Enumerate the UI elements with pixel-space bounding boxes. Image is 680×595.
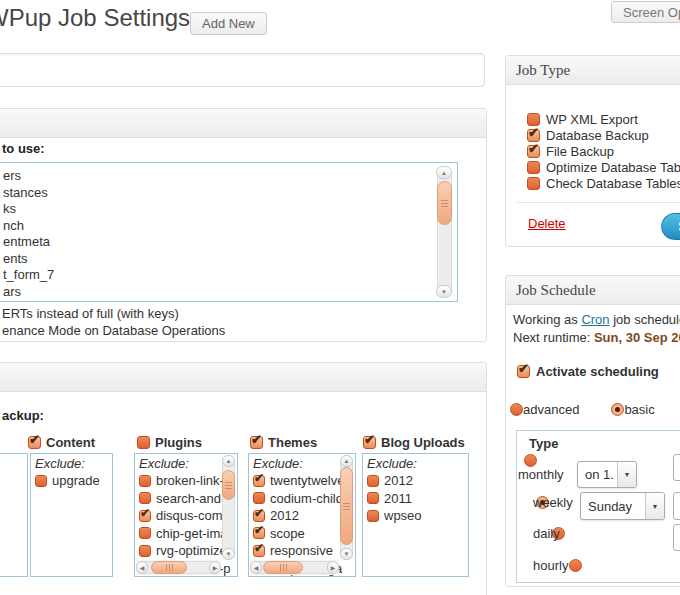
- exclude-hscrollbar[interactable]: ◀ ▶: [136, 560, 221, 575]
- exclude-item[interactable]: 2012: [367, 472, 466, 490]
- schedule-row-hourly-label[interactable]: hourly: [533, 558, 568, 573]
- exclude-listbox[interactable]: Exclude:twentytwelvecodium-child2012scop…: [248, 453, 356, 577]
- checkbox-icon[interactable]: [527, 145, 540, 158]
- job-name-input[interactable]: [0, 53, 485, 87]
- tables-scrollbar[interactable]: ▲ ▼: [436, 166, 453, 298]
- checkbox-icon[interactable]: [139, 545, 151, 557]
- checkbox-icon[interactable]: [35, 475, 47, 487]
- clipped-hour-select[interactable]: [673, 524, 680, 551]
- checkbox-icon[interactable]: [253, 527, 265, 539]
- checkbox-icon[interactable]: [367, 510, 379, 522]
- schedule-row-weekly-label[interactable]: weekly: [533, 495, 573, 510]
- checkbox-icon[interactable]: [367, 475, 379, 487]
- exclude-item[interactable]: responsive: [253, 542, 339, 560]
- job-type-option[interactable]: Optimize Database Tables: [527, 159, 680, 175]
- exclude-listbox[interactable]: Exclude:20122011wpseo: [362, 453, 469, 577]
- scrollbar-thumb[interactable]: [437, 181, 452, 225]
- checkbox-icon[interactable]: [250, 436, 263, 449]
- clipped-hour-select[interactable]: [673, 454, 680, 481]
- exclude-item[interactable]: wpseo: [367, 507, 466, 525]
- exclude-item[interactable]: twentytwelve: [253, 472, 339, 490]
- checkbox-icon[interactable]: [137, 436, 150, 449]
- checkbox-icon[interactable]: [253, 475, 265, 487]
- exclude-item[interactable]: rvg-optimize-: [139, 542, 221, 560]
- radio-icon[interactable]: [611, 403, 624, 416]
- scroll-down-icon[interactable]: ▼: [222, 548, 235, 560]
- scroll-left-icon[interactable]: ◀: [136, 561, 148, 574]
- cron-link[interactable]: Cron: [581, 312, 609, 327]
- exclude-listbox[interactable]: Exclude:upgrade: [30, 453, 113, 577]
- table-list-item[interactable]: entmeta: [3, 234, 433, 251]
- exclude-item[interactable]: scope: [253, 525, 339, 543]
- tables-multiselect[interactable]: ersstancesksnchentmetaentst_form_7ars ▲ …: [0, 162, 458, 302]
- scrollbar-thumb[interactable]: [263, 561, 303, 574]
- scroll-left-icon[interactable]: ◀: [250, 561, 262, 574]
- scroll-down-icon[interactable]: ▼: [436, 285, 452, 298]
- checkbox-icon[interactable]: [527, 177, 540, 190]
- checkbox-icon[interactable]: [367, 492, 379, 504]
- clipped-hour-select[interactable]: [673, 492, 680, 520]
- scroll-up-icon[interactable]: ▲: [436, 166, 452, 179]
- table-list-item[interactable]: t_form_7: [3, 267, 433, 284]
- checkbox-icon[interactable]: [363, 436, 376, 449]
- checkbox-icon[interactable]: [527, 113, 540, 126]
- folders-panel-header[interactable]: [0, 363, 486, 392]
- checkbox-icon[interactable]: [517, 365, 530, 378]
- checkbox-icon[interactable]: [527, 161, 540, 174]
- radio-icon[interactable]: [569, 559, 582, 572]
- table-list-item[interactable]: ents: [3, 251, 433, 268]
- exclude-item[interactable]: chip-get-imag: [139, 525, 221, 543]
- exclude-item[interactable]: broken-link-c: [139, 472, 221, 490]
- checkbox-icon[interactable]: [253, 545, 265, 557]
- table-list-item[interactable]: ars: [3, 284, 433, 301]
- checkbox-icon[interactable]: [139, 527, 151, 539]
- scroll-up-icon[interactable]: ▲: [340, 455, 353, 467]
- dropdown-arrow-icon[interactable]: ▼: [645, 493, 664, 519]
- job-type-option[interactable]: File Backup: [527, 143, 680, 159]
- schedule-row-monthly-label[interactable]: monthly: [518, 467, 564, 482]
- checkbox-icon[interactable]: [253, 492, 265, 504]
- scroll-down-icon[interactable]: ▼: [340, 548, 353, 560]
- exclude-item[interactable]: search-and-r: [139, 490, 221, 508]
- scrollbar-thumb[interactable]: [340, 467, 353, 545]
- exclude-vscrollbar[interactable]: ▲ ▼: [339, 455, 354, 560]
- scroll-up-icon[interactable]: ▲: [222, 455, 235, 467]
- delete-link[interactable]: Delete: [528, 216, 566, 231]
- add-new-button[interactable]: Add New: [190, 12, 267, 35]
- checkbox-icon[interactable]: [253, 510, 265, 522]
- table-list-item[interactable]: stances: [3, 185, 433, 202]
- job-type-option[interactable]: Check Database Tables: [527, 175, 680, 191]
- exclude-item[interactable]: codium-child: [253, 490, 339, 508]
- exclude-item[interactable]: 2011: [367, 490, 466, 508]
- screen-options-button[interactable]: Screen Options: [611, 1, 680, 23]
- radio-icon[interactable]: [524, 454, 537, 467]
- db-tables-panel-header[interactable]: [0, 109, 486, 138]
- checkbox-icon[interactable]: [28, 436, 41, 449]
- table-list-item[interactable]: ers: [3, 168, 433, 185]
- job-type-option[interactable]: Database Backup: [527, 127, 680, 143]
- job-schedule-panel-header[interactable]: Job Schedule: [506, 276, 680, 305]
- activate-scheduling-row[interactable]: Activate scheduling: [517, 364, 659, 379]
- job-type-panel-header[interactable]: Job Type: [506, 56, 680, 85]
- job-type-option[interactable]: WP XML Export: [527, 111, 680, 127]
- checkbox-icon[interactable]: [527, 129, 540, 142]
- mode-basic-label[interactable]: basic: [624, 402, 654, 417]
- weekly-day-select[interactable]: Sunday ▼: [580, 492, 665, 520]
- checkbox-icon[interactable]: [139, 475, 151, 487]
- dropdown-arrow-icon[interactable]: ▼: [617, 462, 636, 487]
- exclude-vscrollbar[interactable]: ▲ ▼: [221, 455, 236, 560]
- table-list-item[interactable]: nch: [3, 218, 433, 235]
- radio-icon[interactable]: [510, 403, 523, 416]
- scrollbar-thumb[interactable]: [151, 561, 187, 574]
- checkbox-icon[interactable]: [139, 492, 151, 504]
- clipped-exclude-listbox[interactable]: [0, 453, 28, 577]
- checkbox-icon[interactable]: [139, 510, 151, 522]
- table-list-item[interactable]: ks: [3, 201, 433, 218]
- exclude-item[interactable]: disqus-comn: [139, 507, 221, 525]
- exclude-item[interactable]: upgrade: [35, 472, 110, 490]
- exclude-hscrollbar[interactable]: ◀ ▶: [250, 560, 339, 575]
- mode-advanced-label[interactable]: advanced: [523, 402, 579, 417]
- monthly-day-select[interactable]: on 1. ▼: [577, 461, 637, 488]
- scrollbar-thumb[interactable]: [222, 470, 235, 500]
- schedule-row-daily-label[interactable]: daily: [533, 526, 560, 541]
